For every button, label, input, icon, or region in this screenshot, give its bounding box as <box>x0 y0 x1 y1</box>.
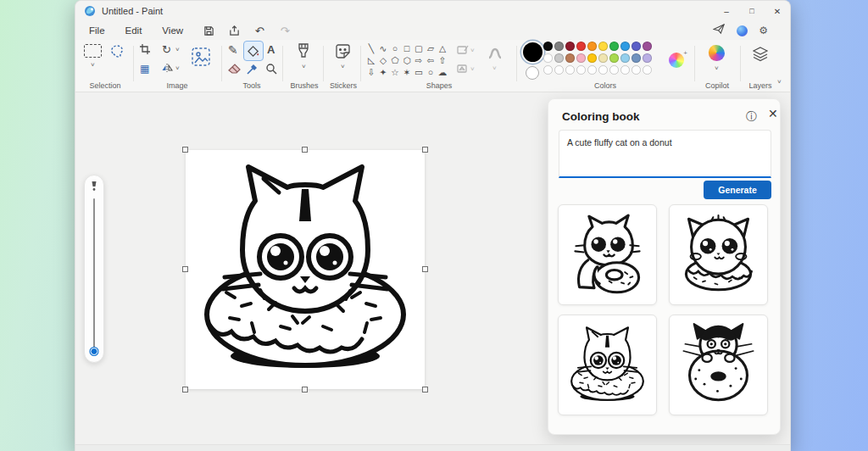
shape-arrow-right[interactable]: ⇨ <box>413 54 425 66</box>
generate-button[interactable]: Generate <box>704 181 771 199</box>
palette-empty-slot[interactable] <box>554 65 564 75</box>
palette-color-7092be[interactable] <box>632 53 641 63</box>
palette-empty-slot[interactable] <box>543 65 553 75</box>
palette-color-fcc40e[interactable] <box>587 53 597 63</box>
shape-outline-dropdown-icon[interactable]: ˅ <box>470 47 475 54</box>
result-thumbnail-3[interactable] <box>558 315 657 415</box>
slider-track[interactable] <box>93 198 96 354</box>
selection-dropdown-icon[interactable]: ˅ <box>91 62 95 69</box>
pencil-tool-icon[interactable]: ✎ <box>228 43 238 57</box>
palette-color-93cfec[interactable] <box>620 53 630 63</box>
edit-colors-button[interactable]: + <box>669 53 684 68</box>
canvas[interactable] <box>186 150 425 389</box>
palette-color-b9aee4[interactable] <box>643 53 652 63</box>
prompt-input[interactable]: A cute fluffy cat on a donut <box>559 130 771 178</box>
shape-right-triangle[interactable]: ◺ <box>365 54 377 66</box>
selection-handle-w[interactable] <box>182 266 188 272</box>
color2-swatch[interactable] <box>526 66 539 80</box>
stroke-size-dropdown-icon[interactable]: ˅ <box>492 65 497 72</box>
selection-handle-sw[interactable] <box>182 387 188 393</box>
shape-four-point-star[interactable]: ✦ <box>377 66 389 78</box>
shape-fill-icon[interactable] <box>457 64 469 74</box>
brushes-dropdown-icon[interactable]: ˅ <box>302 64 306 70</box>
maximize-button[interactable]: □ <box>739 1 765 21</box>
shape-pentagon[interactable]: ⬠ <box>389 54 401 66</box>
palette-color-5b5fc7[interactable] <box>632 42 641 51</box>
shape-arrow-left[interactable]: ⇦ <box>425 54 437 66</box>
shape-arrow-up[interactable]: ⇧ <box>437 54 448 66</box>
stickers-dropdown-icon[interactable]: ˅ <box>341 64 345 70</box>
slider-thumb[interactable] <box>91 348 98 355</box>
flip-icon[interactable] <box>162 63 173 73</box>
settings-gear-icon[interactable]: ⚙ <box>759 25 768 36</box>
selection-handle-e[interactable] <box>422 266 428 272</box>
shape-triangle[interactable]: △ <box>437 42 448 54</box>
palette-color-c8c8c8[interactable] <box>554 53 564 63</box>
shape-hexagon[interactable]: ⬡ <box>401 54 413 66</box>
panel-close-icon[interactable]: ✕ <box>768 107 778 120</box>
shape-five-point-star[interactable]: ☆ <box>389 66 401 78</box>
palette-empty-slot[interactable] <box>587 65 597 75</box>
menu-view[interactable]: View <box>152 24 193 37</box>
ribbon-collapse-icon[interactable]: ˅ <box>777 79 782 86</box>
shape-diamond[interactable]: ◇ <box>377 54 389 66</box>
shape-thought-cloud[interactable]: ☁ <box>437 66 448 78</box>
freeform-select-icon[interactable] <box>109 43 125 58</box>
palette-color-e13832[interactable] <box>576 42 586 51</box>
palette-color-b97a56[interactable] <box>565 53 575 63</box>
palette-empty-slot[interactable] <box>598 65 608 75</box>
palette-color-8e1b2c[interactable] <box>565 42 575 51</box>
palette-color-a8d94d[interactable] <box>609 53 619 63</box>
resize-icon[interactable]: ↻ <box>162 43 171 56</box>
selection-handle-se[interactable] <box>422 387 428 393</box>
copilot-icon[interactable] <box>709 45 725 61</box>
palette-color-9b4f96[interactable] <box>643 42 652 51</box>
palette-color-efe4b0[interactable] <box>598 53 608 63</box>
share-icon[interactable] <box>713 23 726 38</box>
magnifier-tool-icon[interactable] <box>265 63 277 75</box>
shape-speech-rectangle[interactable]: ▭ <box>413 66 425 78</box>
palette-color-f7941d[interactable] <box>587 42 597 51</box>
minimize-button[interactable]: – <box>714 1 739 21</box>
menu-edit[interactable]: Edit <box>115 24 153 37</box>
selection-handle-s[interactable] <box>302 387 308 393</box>
palette-empty-slot[interactable] <box>643 65 652 75</box>
color1-swatch[interactable] <box>523 42 542 62</box>
brush-icon[interactable] <box>296 43 311 60</box>
text-tool-icon[interactable]: A <box>267 43 275 56</box>
result-thumbnail-4[interactable] <box>669 315 768 415</box>
resize-dropdown-icon[interactable]: ˅ <box>175 47 180 53</box>
shape-polygon[interactable]: ▱ <box>425 42 437 54</box>
close-button[interactable]: ✕ <box>765 1 790 21</box>
brush-size-slider[interactable] <box>84 175 104 363</box>
flip-dropdown-icon[interactable]: ˅ <box>175 65 180 72</box>
palette-color-2db34a[interactable] <box>609 42 619 51</box>
palette-empty-slot[interactable] <box>609 65 619 75</box>
shape-curve[interactable]: ∿ <box>377 42 389 54</box>
shape-speech-oval[interactable]: ○ <box>425 66 437 78</box>
shape-six-point-star[interactable]: ✶ <box>401 66 413 78</box>
shape-rounded-rectangle[interactable]: ▢ <box>413 42 425 54</box>
eraser-tool-icon[interactable] <box>228 63 241 74</box>
export-icon[interactable] <box>224 23 244 38</box>
info-icon[interactable]: ⓘ <box>746 109 757 125</box>
palette-color-ffffff[interactable] <box>543 53 553 63</box>
shape-fill-dropdown-icon[interactable]: ˅ <box>470 66 475 73</box>
palette-empty-slot[interactable] <box>576 65 586 75</box>
stroke-size-icon[interactable] <box>487 47 503 60</box>
redo-icon[interactable]: ↷ <box>275 23 295 38</box>
palette-color-f5b0c1[interactable] <box>576 53 586 63</box>
shape-outline-icon[interactable] <box>457 45 469 55</box>
layers-icon[interactable] <box>752 46 769 63</box>
shape-line[interactable]: ╲ <box>365 42 377 54</box>
selection-handle-ne[interactable] <box>422 147 428 153</box>
eyedropper-tool-icon[interactable] <box>247 63 259 75</box>
copilot-dropdown-icon[interactable]: ˅ <box>715 65 719 72</box>
sticker-icon[interactable] <box>335 43 351 59</box>
copilot-sphere-icon[interactable] <box>737 25 748 36</box>
palette-empty-slot[interactable] <box>620 65 630 75</box>
result-thumbnail-2[interactable] <box>669 204 768 305</box>
palette-color-0d0d0d[interactable] <box>543 42 553 51</box>
undo-icon[interactable]: ↶ <box>249 23 270 38</box>
palette-empty-slot[interactable] <box>632 65 641 75</box>
